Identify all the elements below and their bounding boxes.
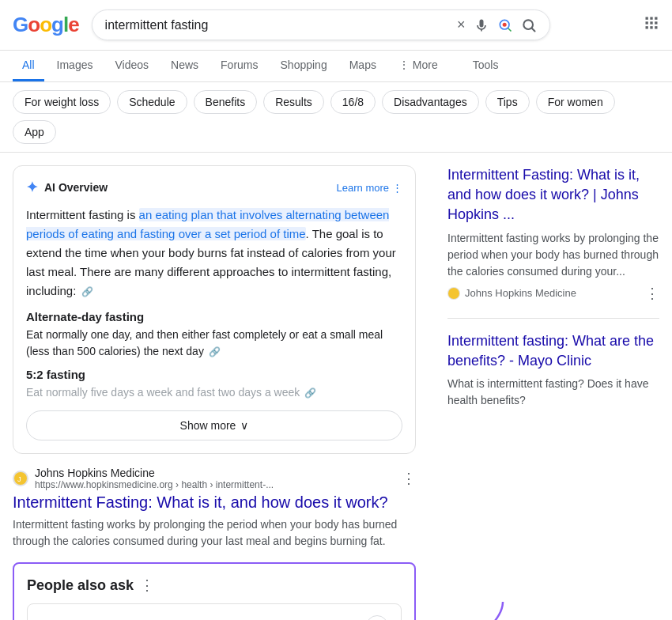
apps-grid-icon[interactable] — [644, 15, 659, 35]
link-icon[interactable]: 🔗 — [81, 285, 93, 300]
svg-rect-10 — [655, 21, 657, 24]
paa-title: People also ask — [27, 577, 134, 594]
right-column: Intermittent Fasting: What is it, and ho… — [416, 165, 659, 620]
svg-line-2 — [508, 28, 511, 31]
svg-point-1 — [502, 22, 506, 26]
filter-chips: For weight loss Schedule Benefits Result… — [0, 82, 672, 153]
chip-tips[interactable]: Tips — [485, 90, 530, 114]
chip-benefits[interactable]: Benefits — [194, 90, 258, 114]
chip-for-women[interactable]: For women — [536, 90, 615, 114]
source-name: Johns Hopkins Medicine — [35, 467, 274, 479]
right-card-1-title[interactable]: Intermittent Fasting: What is it, and ho… — [447, 165, 659, 225]
svg-text:J: J — [17, 474, 21, 483]
paa-chevron-1[interactable]: ∨ — [366, 615, 388, 620]
svg-rect-8 — [646, 21, 648, 24]
chip-disadvantages[interactable]: Disadvantages — [382, 90, 479, 114]
result-snippet: Intermittent fasting works by prolonging… — [13, 516, 416, 550]
chip-16-8[interactable]: 16/8 — [330, 90, 376, 114]
svg-rect-13 — [655, 26, 657, 28]
right-card-2-snippet: What is intermittent fasting? Does it ha… — [447, 376, 659, 409]
tab-all[interactable]: All — [13, 51, 44, 81]
chip-app[interactable]: App — [13, 120, 56, 144]
mic-icon[interactable] — [474, 17, 489, 33]
main-search-result: J Johns Hopkins Medicine https://www.hop… — [13, 467, 416, 550]
left-column: ✦ AI Overview Learn more ⋮ Intermittent … — [13, 165, 416, 620]
svg-line-4 — [531, 28, 534, 31]
main-content: ✦ AI Overview Learn more ⋮ Intermittent … — [0, 153, 672, 620]
link-icon-3[interactable]: 🔗 — [304, 386, 316, 400]
chip-results[interactable]: Results — [263, 90, 324, 114]
right-card-1-source: Johns Hopkins Medicine ⋮ — [447, 285, 659, 302]
svg-point-17 — [448, 288, 459, 299]
nav-tabs: All Images Videos News Forums Shopping M… — [0, 51, 672, 82]
tab-videos[interactable]: Videos — [105, 51, 158, 81]
lens-icon[interactable] — [497, 17, 513, 33]
tab-more[interactable]: ⋮ More — [389, 51, 447, 81]
clear-button[interactable]: × — [457, 17, 466, 33]
search-icon-group: × — [457, 17, 537, 33]
search-bar[interactable]: intermittent fasting × — [92, 9, 550, 40]
paa-wrapper: People also ask ⋮ Is it better to fast f… — [13, 562, 416, 620]
ai-star-icon: ✦ — [26, 179, 38, 196]
more-options-icon[interactable]: ⋮ — [392, 182, 402, 194]
ai-body-text: Intermittent fasting is an eating plan t… — [26, 206, 402, 301]
source-url: https://www.hopkinsmedicine.org › health… — [35, 479, 274, 490]
right-source-name-1: Johns Hopkins Medicine — [465, 287, 576, 299]
svg-rect-12 — [650, 26, 652, 28]
ai-overview-header: ✦ AI Overview Learn more ⋮ — [26, 179, 402, 196]
svg-rect-7 — [655, 17, 657, 20]
ai-section-heading-2: 5:2 fasting — [26, 368, 402, 381]
link-icon-2[interactable]: 🔗 — [209, 345, 221, 359]
ai-text-before: Intermittent fasting is — [26, 208, 139, 221]
tab-forums[interactable]: Forums — [211, 51, 267, 81]
search-button[interactable] — [521, 17, 537, 33]
svg-rect-6 — [650, 17, 652, 20]
show-more-button[interactable]: Show more ∨ — [26, 410, 402, 440]
source-favicon: J — [13, 471, 28, 486]
right-card-2: Intermittent fasting: What are the benef… — [447, 331, 659, 409]
right-source-icon-1 — [447, 287, 460, 300]
ai-section-heading-1: Alternate-day fasting — [26, 310, 402, 323]
paa-menu-dots[interactable]: ⋮ — [140, 577, 154, 594]
right-divider — [447, 318, 659, 319]
tab-maps[interactable]: Maps — [340, 51, 386, 81]
ai-overview-title: ✦ AI Overview — [26, 179, 108, 196]
right-card-1: Intermittent Fasting: What is it, and ho… — [447, 165, 659, 302]
right-card-2-title[interactable]: Intermittent fasting: What are the benef… — [447, 331, 659, 371]
tab-tools[interactable]: Tools — [463, 51, 508, 81]
result-title[interactable]: Intermittent Fasting: What is it, and ho… — [13, 493, 416, 512]
right-card-1-snippet: Intermittent fasting works by prolonging… — [447, 230, 659, 280]
ai-overview-box: ✦ AI Overview Learn more ⋮ Intermittent … — [13, 165, 416, 454]
header: G o o g l e intermittent fasting × — [0, 0, 672, 51]
tab-news[interactable]: News — [161, 51, 208, 81]
chip-for-weight-loss[interactable]: For weight loss — [13, 90, 111, 114]
search-input[interactable]: intermittent fasting — [105, 18, 449, 32]
ai-section-text-2: Eat normally five days a week and fast t… — [26, 384, 402, 401]
svg-rect-5 — [646, 17, 648, 20]
ai-section-text-1: Eat normally one day, and then either fa… — [26, 327, 402, 360]
people-also-ask-box: People also ask ⋮ Is it better to fast f… — [13, 562, 416, 620]
paa-header: People also ask ⋮ — [27, 577, 402, 594]
result-menu-dots[interactable]: ⋮ — [402, 470, 416, 487]
tab-shopping[interactable]: Shopping — [271, 51, 337, 81]
right-source-menu-1[interactable]: ⋮ — [645, 285, 659, 302]
chevron-down-icon: ∨ — [240, 419, 248, 432]
annotation-arrow — [424, 594, 519, 620]
learn-more-link[interactable]: Learn more ⋮ — [337, 182, 402, 194]
paa-item-1[interactable]: Is it better to fast for 12 or 16 hours?… — [27, 603, 402, 620]
chip-schedule[interactable]: Schedule — [117, 90, 187, 114]
svg-rect-11 — [646, 26, 648, 28]
svg-rect-9 — [650, 21, 652, 24]
google-logo: G o o g l e — [13, 13, 79, 37]
ai-overview-label: AI Overview — [44, 181, 108, 194]
result-source-row: J Johns Hopkins Medicine https://www.hop… — [13, 467, 416, 490]
tab-images[interactable]: Images — [47, 51, 103, 81]
